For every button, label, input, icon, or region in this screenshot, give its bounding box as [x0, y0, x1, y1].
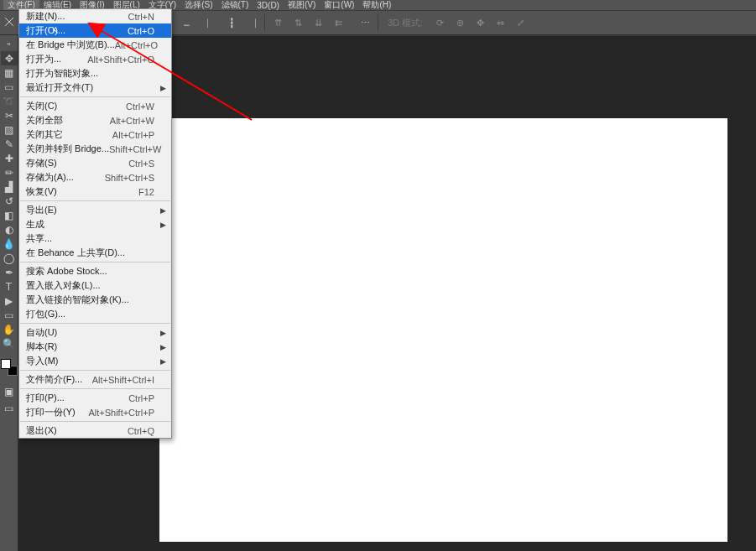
submenu-arrow-icon: ▶ — [160, 221, 166, 229]
file-menu-item[interactable]: 最近打开文件(T)▶ — [19, 81, 171, 95]
file-menu-item[interactable]: 打印一份(Y)Alt+Shift+Ctrl+P — [19, 405, 171, 419]
menu-item-shortcut: Alt+Ctrl+W — [110, 116, 154, 126]
blur-tool[interactable]: 💧 — [1, 237, 18, 251]
file-menu-item[interactable]: 打开为...Alt+Shift+Ctrl+O — [19, 52, 171, 66]
menu-item-shortcut: Shift+Ctrl+W — [109, 144, 161, 154]
dodge-tool[interactable]: ◯ — [1, 251, 18, 265]
hand-tool[interactable]: ✋ — [1, 322, 18, 336]
brush-tool[interactable]: ✏ — [1, 165, 18, 179]
file-menu-item[interactable]: 打印(P)...Ctrl+P — [19, 391, 171, 405]
roll-3d-icon[interactable]: ⊚ — [451, 13, 469, 32]
menu-item-label: 自动(U) — [26, 326, 154, 339]
menu-item-label: 置入链接的智能对象(K)... — [26, 294, 154, 306]
file-menu-item[interactable]: 存储为(A)...Shift+Ctrl+S — [19, 170, 171, 185]
menu-separator — [20, 388, 170, 389]
submenu-arrow-icon: ▶ — [160, 329, 166, 337]
screen-mode-icon[interactable]: ▭ — [1, 401, 18, 415]
crop-tool[interactable]: ✂ — [1, 108, 18, 122]
align-hcenter-icon[interactable]: ┇ — [222, 13, 241, 32]
scale-3d-icon[interactable]: ⤢ — [511, 13, 529, 32]
distribute-top-icon[interactable]: ⇈ — [269, 13, 287, 32]
file-menu-item[interactable]: 关闭其它Alt+Ctrl+P — [19, 127, 171, 142]
move-tool[interactable]: ✥ — [1, 51, 18, 65]
pan-3d-icon[interactable]: ✥ — [471, 13, 489, 32]
file-menu-item[interactable]: 在 Bridge 中浏览(B)...Alt+Ctrl+O — [19, 38, 171, 52]
align-left-edges-icon[interactable]: ⎸ — [202, 13, 221, 32]
gradient-tool[interactable]: ◐ — [1, 222, 18, 237]
file-menu-item[interactable]: 导出(E)▶ — [19, 203, 171, 217]
type-tool[interactable]: T — [1, 279, 18, 294]
file-menu-item[interactable]: 生成▶ — [19, 217, 171, 231]
menu-item-label: 导入(M) — [26, 355, 154, 367]
menu-item-shortcut: F12 — [138, 187, 154, 197]
more-align-icon[interactable]: ⋯ — [356, 13, 374, 32]
frame-tool[interactable]: ▨ — [1, 122, 18, 137]
marquee-tool[interactable]: ▭ — [1, 80, 18, 94]
color-swatches[interactable] — [1, 359, 18, 376]
menu-item-label: 打包(G)... — [26, 308, 154, 320]
stamp-tool[interactable]: ▟ — [1, 179, 18, 194]
file-menu-item[interactable]: 打开为智能对象... — [19, 66, 171, 81]
file-menu-item[interactable]: 置入嵌入对象(L)... — [19, 278, 171, 293]
menu-item-label: 打开为... — [26, 53, 87, 65]
menu-separator — [20, 96, 170, 97]
file-menu-item[interactable]: 导入(M)▶ — [19, 354, 171, 368]
file-menu-item[interactable]: 自动(U)▶ — [19, 325, 171, 340]
file-menu-item[interactable]: 关闭并转到 Bridge...Shift+Ctrl+W — [19, 142, 171, 156]
orbit-3d-icon[interactable]: ⟳ — [430, 13, 449, 32]
menu-item-shortcut: Alt+Shift+Ctrl+P — [88, 408, 154, 418]
eyedropper-tool[interactable]: ✎ — [1, 137, 18, 151]
menu-item-shortcut: Ctrl+N — [128, 12, 154, 22]
menu-item-label: 打印一份(Y) — [26, 406, 88, 418]
file-menu-item[interactable]: 退出(X)Ctrl+Q — [19, 424, 171, 438]
menu-item-shortcut: Alt+Shift+Ctrl+O — [87, 55, 154, 65]
align-bottom-edges-icon[interactable]: ⎽ — [177, 13, 196, 32]
menu-item-shortcut: Ctrl+O — [128, 26, 154, 36]
healing-tool[interactable]: ✚ — [1, 151, 18, 165]
eraser-tool[interactable]: ◧ — [1, 208, 18, 222]
zoom-tool[interactable]: 🔍 — [1, 336, 18, 351]
path-select-tool[interactable]: ▶ — [1, 294, 18, 308]
distribute-bottom-icon[interactable]: ⇊ — [309, 13, 327, 32]
file-menu-item[interactable]: 脚本(R)▶ — [19, 340, 171, 354]
align-right-edges-icon[interactable]: ⎹ — [242, 13, 261, 32]
distribute-vcenter-icon[interactable]: ⇅ — [289, 13, 307, 32]
menu-item-label: 关闭并转到 Bridge... — [26, 143, 109, 155]
menu-separator — [20, 200, 170, 201]
document-canvas[interactable] — [159, 118, 727, 542]
menu-7[interactable]: 3D(D) — [253, 0, 284, 11]
menu-item-label: 搜索 Adobe Stock... — [26, 265, 154, 278]
submenu-arrow-icon: ▶ — [160, 343, 166, 351]
file-menu-item[interactable]: 在 Behance 上共享(D)... — [19, 246, 171, 260]
file-menu-item[interactable]: 关闭全部Alt+Ctrl+W — [19, 113, 171, 127]
menu-item-label: 共享... — [26, 232, 154, 245]
slide-3d-icon[interactable]: ⇔ — [491, 13, 509, 32]
tools-panel: »✥▦▭➰✂▨✎✚✏▟↺◧◐💧◯✒T▶▭✋🔍▣▭ — [0, 35, 18, 551]
distribute-left-icon[interactable]: ⇇ — [329, 13, 347, 32]
artboard-tool[interactable]: ▦ — [1, 65, 18, 80]
file-menu-item[interactable]: 共享... — [19, 231, 171, 246]
file-menu-item[interactable]: 新建(N)...Ctrl+N — [19, 9, 171, 23]
file-menu-item[interactable]: 打开(O)...Ctrl+O↖ — [19, 23, 171, 38]
history-brush-tool[interactable]: ↺ — [1, 194, 18, 208]
file-menu-item[interactable]: 存储(S)Ctrl+S — [19, 156, 171, 170]
lasso-tool[interactable]: ➰ — [1, 94, 18, 108]
file-menu-item[interactable]: 关闭(C)Ctrl+W — [19, 99, 171, 113]
shape-tool[interactable]: ▭ — [1, 308, 18, 322]
menu-item-label: 新建(N)... — [26, 10, 128, 23]
file-menu-item[interactable]: 打包(G)... — [19, 307, 171, 321]
menu-item-label: 存储(S) — [26, 157, 128, 169]
menu-item-shortcut: Shift+Ctrl+S — [105, 173, 154, 183]
menu-item-label: 关闭(C) — [26, 100, 126, 112]
file-menu-item[interactable]: 置入链接的智能对象(K)... — [19, 293, 171, 307]
menu-item-label: 存储为(A)... — [26, 171, 105, 184]
tools-expand-icon[interactable]: » — [1, 37, 18, 51]
menu-item-shortcut: Alt+Ctrl+P — [112, 130, 154, 140]
file-menu-item[interactable]: 恢复(V)F12 — [19, 185, 171, 199]
pen-tool[interactable]: ✒ — [1, 265, 18, 279]
tool-preset-icon[interactable] — [1, 13, 19, 32]
mode-3d-label: 3D 模式: — [381, 17, 430, 29]
file-menu-item[interactable]: 文件简介(F)...Alt+Shift+Ctrl+I — [19, 372, 171, 387]
file-menu-item[interactable]: 搜索 Adobe Stock... — [19, 264, 171, 278]
quick-mask-icon[interactable]: ▣ — [1, 384, 18, 398]
